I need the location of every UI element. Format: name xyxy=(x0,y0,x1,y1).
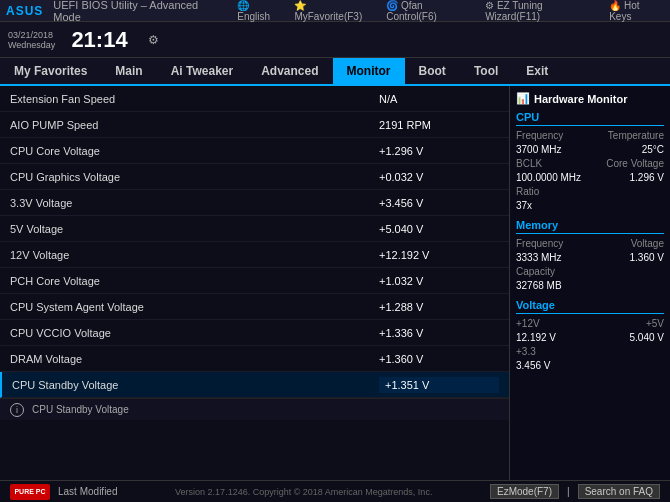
setting-row-dram-v[interactable]: DRAM Voltage +1.360 V xyxy=(0,346,509,372)
setting-row-pch-core-v[interactable]: PCH Core Voltage +1.032 V xyxy=(0,268,509,294)
voltage-section: Voltage +12V +5V 12.192 V 5.040 V +3.3 3… xyxy=(516,299,664,371)
top-bar: ASUS UEFI BIOS Utility – Advanced Mode 🌐… xyxy=(0,0,670,22)
volt-12-value: 12.192 V xyxy=(516,332,556,343)
last-modified-label: Last Modified xyxy=(58,486,117,497)
qfan-link[interactable]: 🌀 Qfan Control(F6) xyxy=(386,0,475,22)
setting-name: DRAM Voltage xyxy=(10,353,379,365)
mem-freq-value-row: 3333 MHz 1.360 V xyxy=(516,252,664,263)
nav-bar: My Favorites Main Ai Tweaker Advanced Mo… xyxy=(0,58,670,86)
setting-value: +3.456 V xyxy=(379,197,499,209)
setting-row-cpu-vccio[interactable]: CPU VCCIO Voltage +1.336 V xyxy=(0,320,509,346)
volt-33-label: +3.3 xyxy=(516,346,536,357)
volt-5-value: 5.040 V xyxy=(630,332,664,343)
volt-33-value: 3.456 V xyxy=(516,360,550,371)
nav-boot[interactable]: Boot xyxy=(405,58,460,84)
bottom-right: EzMode(F7) | Search on FAQ xyxy=(490,484,660,499)
memory-section-title: Memory xyxy=(516,219,664,234)
setting-name: CPU Standby Voltage xyxy=(12,379,379,391)
copyright-text: Version 2.17.1246. Copyright © 2018 Amer… xyxy=(175,487,432,497)
volt-5-label: +5V xyxy=(646,318,664,329)
setting-value: +0.032 V xyxy=(379,171,499,183)
setting-value: +1.360 V xyxy=(379,353,499,365)
setting-row-5v[interactable]: 5V Voltage +5.040 V xyxy=(0,216,509,242)
tooltip-row: i CPU Standby Voltage xyxy=(0,398,509,420)
cpu-ratio-row: Ratio xyxy=(516,186,664,197)
setting-name: AIO PUMP Speed xyxy=(10,119,379,131)
cpu-ratio-val: 37x xyxy=(516,200,532,211)
top-bar-links: 🌐 English ⭐ MyFavorite(F3) 🌀 Qfan Contro… xyxy=(237,0,664,22)
mem-freq-label: Frequency xyxy=(516,238,563,249)
nav-ai-tweaker[interactable]: Ai Tweaker xyxy=(157,58,247,84)
time-bar: 03/21/2018 Wednesday 21:14 ⚙ xyxy=(0,22,670,58)
volt-12-value-row: 12.192 V 5.040 V xyxy=(516,332,664,343)
voltage-section-title: Voltage xyxy=(516,299,664,314)
setting-row-extension-fan[interactable]: Extension Fan Speed N/A xyxy=(0,86,509,112)
setting-row-cpu-standby[interactable]: CPU Standby Voltage +1.351 V xyxy=(0,372,509,398)
cpu-freq-value: 3700 MHz xyxy=(516,144,562,155)
setting-name: CPU Core Voltage xyxy=(10,145,379,157)
eztuning-link[interactable]: ⚙ EZ Tuning Wizard(F11) xyxy=(485,0,599,22)
cpu-bclk-row: BCLK Core Voltage xyxy=(516,158,664,169)
volt-33-label-row: +3.3 xyxy=(516,346,664,357)
time-display: 21:14 xyxy=(71,27,127,53)
cpu-freq-row: Frequency Temperature xyxy=(516,130,664,141)
nav-exit[interactable]: Exit xyxy=(512,58,562,84)
setting-value: 2191 RPM xyxy=(379,119,499,131)
setting-row-cpu-core-v[interactable]: CPU Core Voltage +1.296 V xyxy=(0,138,509,164)
myfavorite-link[interactable]: ⭐ MyFavorite(F3) xyxy=(294,0,376,22)
bios-title: UEFI BIOS Utility – Advanced Mode xyxy=(53,0,227,23)
separator-icon: | xyxy=(567,486,570,497)
setting-name: PCH Core Voltage xyxy=(10,275,379,287)
nav-main[interactable]: Main xyxy=(101,58,156,84)
cpu-bclk-value-row: 100.0000 MHz 1.296 V xyxy=(516,172,664,183)
info-icon: i xyxy=(10,403,24,417)
cpu-corev-label: Core Voltage xyxy=(606,158,664,169)
monitor-panel: Extension Fan Speed N/A AIO PUMP Speed 2… xyxy=(0,86,510,480)
ez-mode-button[interactable]: EzMode(F7) xyxy=(490,484,559,499)
setting-value: +1.032 V xyxy=(379,275,499,287)
setting-row-12v[interactable]: 12V Voltage +12.192 V xyxy=(0,242,509,268)
settings-gear-icon[interactable]: ⚙ xyxy=(148,33,159,47)
cpu-temp-label: Temperature xyxy=(608,130,664,141)
setting-name: CPU VCCIO Voltage xyxy=(10,327,379,339)
setting-row-aio-pump[interactable]: AIO PUMP Speed 2191 RPM xyxy=(0,112,509,138)
cpu-freq-value-row: 3700 MHz 25°C xyxy=(516,144,664,155)
pure-pc-logo: PURE PC xyxy=(10,484,50,500)
english-link[interactable]: 🌐 English xyxy=(237,0,284,22)
nav-my-favorites[interactable]: My Favorites xyxy=(0,58,101,84)
setting-row-33v[interactable]: 3.3V Voltage +3.456 V xyxy=(0,190,509,216)
setting-name: 12V Voltage xyxy=(10,249,379,261)
cpu-ratio-label: Ratio xyxy=(516,186,539,197)
cpu-bclk-label: BCLK xyxy=(516,158,542,169)
cpu-section-title: CPU xyxy=(516,111,664,126)
nav-tool[interactable]: Tool xyxy=(460,58,512,84)
monitor-icon: 📊 xyxy=(516,92,530,105)
memory-section: Memory Frequency Voltage 3333 MHz 1.360 … xyxy=(516,219,664,291)
setting-name: CPU Graphics Voltage xyxy=(10,171,379,183)
date-display: 03/21/2018 Wednesday xyxy=(8,30,55,50)
volt-12-label: +12V xyxy=(516,318,540,329)
cpu-corev-value: 1.296 V xyxy=(630,172,664,183)
setting-value: +1.336 V xyxy=(379,327,499,339)
nav-advanced[interactable]: Advanced xyxy=(247,58,332,84)
setting-row-cpu-graphics-v[interactable]: CPU Graphics Voltage +0.032 V xyxy=(0,164,509,190)
nav-monitor[interactable]: Monitor xyxy=(333,58,405,84)
bottom-bar: PURE PC Last Modified Version 2.17.1246.… xyxy=(0,480,670,502)
setting-row-cpu-sys-agent[interactable]: CPU System Agent Voltage +1.288 V xyxy=(0,294,509,320)
setting-value: +1.296 V xyxy=(379,145,499,157)
bottom-left: PURE PC Last Modified xyxy=(10,484,117,500)
volt-33-value-row: 3.456 V xyxy=(516,360,664,371)
mem-capacity-value: 32768 MB xyxy=(516,280,562,291)
setting-value: +5.040 V xyxy=(379,223,499,235)
cpu-freq-label: Frequency xyxy=(516,130,563,141)
setting-value: N/A xyxy=(379,93,499,105)
setting-name: 3.3V Voltage xyxy=(10,197,379,209)
setting-name: CPU System Agent Voltage xyxy=(10,301,379,313)
cpu-bclk-value: 100.0000 MHz xyxy=(516,172,581,183)
mem-freq-value: 3333 MHz xyxy=(516,252,562,263)
mem-voltage-label: Voltage xyxy=(631,238,664,249)
hotkeys-link[interactable]: 🔥 Hot Keys xyxy=(609,0,664,22)
mem-capacity-value-row: 32768 MB xyxy=(516,280,664,291)
setting-value-selected: +1.351 V xyxy=(379,377,499,393)
search-faq-button[interactable]: Search on FAQ xyxy=(578,484,660,499)
